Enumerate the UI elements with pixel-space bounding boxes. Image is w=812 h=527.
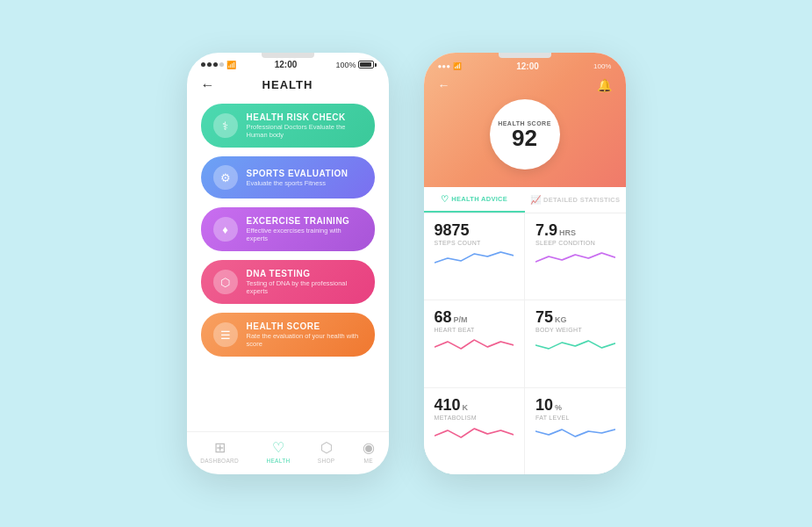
status-left-1: 📶	[201, 61, 236, 69]
phone-health-menu: 📶 12:00 100% ← HEALTH ⚕ HEALTH RISK CHEC…	[187, 53, 389, 474]
mini-chart-sleep	[535, 249, 615, 267]
menu-list: ⚕ HEALTH RISK CHECK Professional Doctors…	[187, 100, 389, 431]
menu-text-dna: DNA TESTING Testing of DNA by the profes…	[247, 269, 363, 295]
menu-text-health-score: HEALTH SCORE Rate the evaluation of your…	[247, 321, 363, 348]
stat-card-metabolism: 410 K METABOLISM	[424, 388, 525, 474]
stat-value-row-metabolism: 410 K	[435, 397, 514, 413]
nav-item-health[interactable]: ♡ HEALTH	[266, 439, 290, 464]
score-value: 92	[512, 126, 537, 149]
time-1: 12:00	[275, 60, 298, 69]
stat-label-heartbeat: HEART BEAT	[435, 327, 514, 333]
stat-value-row-heartbeat: 68 P/M	[435, 309, 514, 325]
nav-label-health: HEALTH	[266, 458, 290, 464]
page-title-1: HEALTH	[262, 78, 313, 91]
alarm-icon[interactable]: 🔔	[597, 78, 612, 92]
menu-icon-health-risk: ⚕	[213, 113, 238, 138]
stat-unit-fat: %	[555, 403, 562, 412]
menu-icon-sports-eval: ⚙	[213, 165, 238, 190]
mini-chart-weight	[535, 336, 615, 354]
tab-advice-label: HEALTH ADVICE	[451, 195, 507, 203]
menu-sub-sports-eval: Evaluate the sports Fitness	[247, 179, 363, 187]
menu-icon-exercise: ♦	[213, 217, 238, 242]
nav-icon-me: ◉	[363, 439, 375, 456]
tab-stats-label: DETAILED STATISTICS	[543, 196, 620, 204]
dot4	[219, 62, 224, 67]
bottom-nav-1: ⊞ DASHBOARD ♡ HEALTH ⬡ SHOP ◉ ME	[187, 431, 389, 474]
dot1	[201, 62, 205, 67]
back-button-2[interactable]: ←	[438, 78, 450, 92]
menu-icon-health-score: ☰	[213, 322, 238, 347]
stat-unit-weight: KG	[555, 315, 567, 324]
health-score-circle: HEALTH SCORE 92	[490, 99, 560, 170]
phone2-header: ●●● 📶 12:00 100% ← 🔔 HEALTH SCORE 92	[424, 53, 626, 187]
menu-icon-dna: ⬡	[213, 270, 238, 294]
phone2-nav-row: ← 🔔	[438, 78, 612, 92]
status-bar-1: 📶 12:00 100%	[187, 53, 389, 73]
dot3	[213, 62, 218, 67]
heart-tab-icon: ♡	[441, 194, 449, 204]
back-button-1[interactable]: ←	[201, 77, 215, 93]
stat-label-sleep: SLEEP CONDITION	[535, 240, 615, 246]
battery-fill-1	[360, 62, 371, 67]
signal-2: ●●●	[438, 62, 451, 70]
nav-item-me[interactable]: ◉ ME	[363, 439, 375, 464]
mini-chart-steps	[435, 249, 514, 267]
stat-value-row-fat: 10 %	[535, 397, 615, 413]
status-right-1: 100%	[335, 61, 374, 69]
tab-detailed-stats[interactable]: 📈 DETAILED STATISTICS	[525, 187, 626, 213]
menu-sub-exercise: Effective excercises training with exper…	[247, 227, 363, 242]
menu-text-health-risk: HEALTH RISK CHECK Professional Doctors E…	[247, 112, 363, 139]
stat-value-fat: 10	[535, 397, 553, 413]
status-left-2: ●●● 📶	[438, 62, 463, 70]
stat-value-sleep: 7.9	[535, 222, 557, 238]
stat-value-heartbeat: 68	[435, 309, 452, 325]
nav-label-me: ME	[364, 458, 373, 464]
nav-icon-dashboard: ⊞	[214, 439, 226, 456]
phone1-header: ← HEALTH	[187, 73, 389, 100]
stat-card-heartbeat: 68 P/M HEART BEAT	[424, 300, 525, 386]
nav-label-shop: SHOP	[318, 458, 335, 464]
stat-card-weight: 75 KG BODY WEIGHT	[525, 300, 626, 386]
stat-value-row-steps: 9875	[435, 222, 514, 238]
chart-tab-icon: 📈	[530, 195, 541, 205]
nav-item-dashboard[interactable]: ⊞ DASHBOARD	[200, 439, 239, 464]
menu-text-exercise: EXCERCISE TRAINING Effective excercises …	[247, 216, 363, 242]
stats-grid: 9875 STEPS COUNT 7.9 HRS SLEEP CONDITION…	[424, 213, 626, 474]
status-bar-2: ●●● 📶 12:00 100%	[438, 61, 612, 71]
stat-card-fat: 10 % FAT LEVEL	[525, 388, 626, 474]
battery-pct-1: 100%	[335, 61, 356, 69]
menu-item-dna[interactable]: ⬡ DNA TESTING Testing of DNA by the prof…	[201, 260, 375, 304]
mini-chart-fat	[535, 424, 615, 442]
stat-label-weight: BODY WEIGHT	[535, 327, 615, 333]
tab-bar-2: ♡ HEALTH ADVICE 📈 DETAILED STATISTICS	[424, 187, 626, 213]
stat-label-steps: STEPS COUNT	[435, 240, 514, 246]
stat-unit-heartbeat: P/M	[454, 315, 468, 324]
nav-item-shop[interactable]: ⬡ SHOP	[318, 439, 335, 464]
nav-label-dashboard: DASHBOARD	[200, 458, 239, 464]
menu-item-sports-eval[interactable]: ⚙ SPORTS EVALUATION Evaluate the sports …	[201, 156, 375, 199]
menu-title-health-score: HEALTH SCORE	[247, 321, 363, 331]
menu-sub-health-risk: Professional Doctors Evaluate the Human …	[247, 123, 363, 139]
phone-health-stats: ●●● 📶 12:00 100% ← 🔔 HEALTH SCORE 92 ♡ H…	[424, 53, 626, 474]
stat-value-metabolism: 410	[435, 397, 461, 413]
stat-label-fat: FAT LEVEL	[535, 415, 615, 421]
stat-label-metabolism: METABOLISM	[435, 415, 514, 421]
tab-health-advice[interactable]: ♡ HEALTH ADVICE	[424, 187, 525, 213]
menu-sub-health-score: Rate the evaluation of your health with …	[247, 332, 363, 348]
menu-title-exercise: EXCERCISE TRAINING	[247, 216, 363, 226]
mini-chart-heartbeat	[435, 336, 514, 354]
dot2	[207, 62, 212, 67]
menu-item-health-risk[interactable]: ⚕ HEALTH RISK CHECK Professional Doctors…	[201, 104, 375, 148]
menu-title-health-risk: HEALTH RISK CHECK	[247, 112, 363, 122]
time-2: 12:00	[516, 61, 539, 71]
stat-value-row-sleep: 7.9 HRS	[535, 222, 615, 238]
wifi-icon-1: 📶	[226, 61, 236, 69]
signal-1	[201, 62, 224, 67]
menu-item-exercise[interactable]: ♦ EXCERCISE TRAINING Effective excercise…	[201, 207, 375, 251]
menu-text-sports-eval: SPORTS EVALUATION Evaluate the sports Fi…	[247, 169, 363, 187]
phones-container: 📶 12:00 100% ← HEALTH ⚕ HEALTH RISK CHEC…	[187, 53, 626, 474]
wifi-icon-2: 📶	[453, 62, 462, 70]
nav-icon-health: ♡	[272, 439, 284, 456]
stat-value-weight: 75	[535, 309, 553, 325]
menu-item-health-score[interactable]: ☰ HEALTH SCORE Rate the evaluation of yo…	[201, 313, 375, 357]
